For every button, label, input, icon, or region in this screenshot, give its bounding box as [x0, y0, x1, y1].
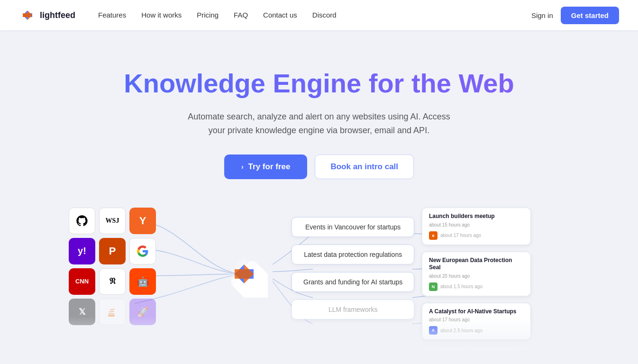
wsj-icon: WSJ — [99, 208, 126, 234]
svg-rect-6 — [108, 316, 115, 317]
query-box-3: LLM frameworks — [292, 300, 414, 319]
nav-contact[interactable]: Contact us — [263, 11, 297, 19]
svg-rect-4 — [110, 309, 115, 310]
diagram-section: WSJ Y y! P CNN 𝔑 🤖 𝕏 🚀 — [0, 203, 638, 355]
get-started-button[interactable]: Get started — [561, 7, 619, 24]
hero-section: Knowledge Engine for the Web Automate se… — [0, 30, 638, 203]
result-card-0-time: about 15 hours ago — [429, 222, 524, 228]
github-icon — [69, 208, 95, 234]
result-card-2: A Catalyst for AI-Native Startups about … — [422, 303, 531, 340]
result-card-1-source: N about 1.5 hours ago — [429, 282, 524, 291]
query-box-2: Grants and funding for AI startups — [292, 272, 414, 292]
stackoverflow-icon — [99, 299, 126, 325]
logo-text: lightfeed — [40, 10, 75, 20]
producthunt-icon: P — [99, 238, 126, 264]
logo[interactable]: lightfeed — [19, 9, 75, 22]
query-box-1: Latest data protection regulations — [292, 245, 414, 264]
query-boxes: Events in Vancouver for startups Latest … — [292, 217, 414, 319]
result-card-1-source-dot: N — [429, 282, 437, 291]
try-for-free-button[interactable]: › Try for free — [224, 155, 307, 179]
result-card-0-source-time: about 17 hours ago — [440, 233, 481, 238]
nav-pricing[interactable]: Pricing — [197, 11, 219, 19]
svg-rect-2 — [109, 313, 114, 314]
source-icons-grid: WSJ Y y! P CNN 𝔑 🤖 𝕏 🚀 — [69, 208, 156, 325]
result-card-2-source-time: about 2.5 hours ago — [440, 328, 483, 333]
svg-marker-1 — [23, 10, 32, 20]
hero-title: Knowledge Engine for the Web — [9, 68, 629, 99]
chevron-icon: › — [241, 163, 244, 171]
x-icon: 𝕏 — [69, 299, 95, 325]
result-card-2-source-dot: A — [429, 326, 437, 335]
yahoo-icon: y! — [69, 238, 95, 264]
query-box-0: Events in Vancouver for startups — [292, 217, 414, 237]
nav-how-it-works[interactable]: How it works — [141, 11, 182, 19]
result-card-0-title: Launch builders meetup — [429, 213, 524, 220]
hero-buttons: › Try for free Book an intro call — [9, 155, 629, 179]
result-card-2-source: A about 2.5 hours ago — [429, 326, 524, 335]
google-icon — [129, 238, 156, 264]
svg-rect-5 — [108, 315, 115, 316]
result-card-2-title: A Catalyst for AI-Native Startups — [429, 308, 524, 316]
result-card-3: Run (almost) any language model about 6 … — [422, 346, 531, 355]
book-intro-call-button[interactable]: Book an intro call — [315, 155, 414, 179]
logo-icon — [19, 9, 36, 22]
cnn-icon: CNN — [69, 268, 95, 295]
nav-faq[interactable]: FAQ — [234, 11, 248, 19]
diagram-container: WSJ Y y! P CNN 𝔑 🤖 𝕏 🚀 — [0, 203, 638, 355]
result-card-0: Launch builders meetup about 15 hours ag… — [422, 208, 531, 245]
result-card-1-time: about 20 hours ago — [429, 273, 524, 279]
result-card-2-time: about 17 hours ago — [429, 317, 524, 322]
yc-icon: Y — [129, 208, 156, 234]
sign-in-button[interactable]: Sign in — [531, 11, 553, 19]
result-card-1-source-time: about 1.5 hours ago — [440, 284, 483, 289]
reddit-icon: 🤖 — [129, 268, 156, 295]
navbar: lightfeed Features How it works Pricing … — [0, 0, 638, 30]
rocket-icon: 🚀 — [129, 299, 156, 325]
result-card-0-source: e about 17 hours ago — [429, 231, 524, 240]
result-card-1-title: New European Data Protection Seal — [429, 257, 524, 272]
center-lightfeed-logo — [218, 248, 270, 300]
nyt-icon: 𝔑 — [99, 268, 126, 295]
hero-subtitle: Automate search, analyze and alert on an… — [186, 110, 452, 137]
nav-links: Features How it works Pricing FAQ Contac… — [98, 11, 531, 19]
nav-features[interactable]: Features — [98, 11, 126, 19]
nav-right: Sign in Get started — [531, 7, 619, 24]
result-card-1: New European Data Protection Seal about … — [422, 252, 531, 296]
result-cards: Launch builders meetup about 15 hours ag… — [422, 208, 531, 355]
result-card-3-title: Run (almost) any language model — [429, 352, 524, 355]
nav-discord[interactable]: Discord — [312, 11, 337, 19]
svg-rect-3 — [109, 311, 114, 312]
result-card-0-source-dot: e — [429, 231, 437, 240]
